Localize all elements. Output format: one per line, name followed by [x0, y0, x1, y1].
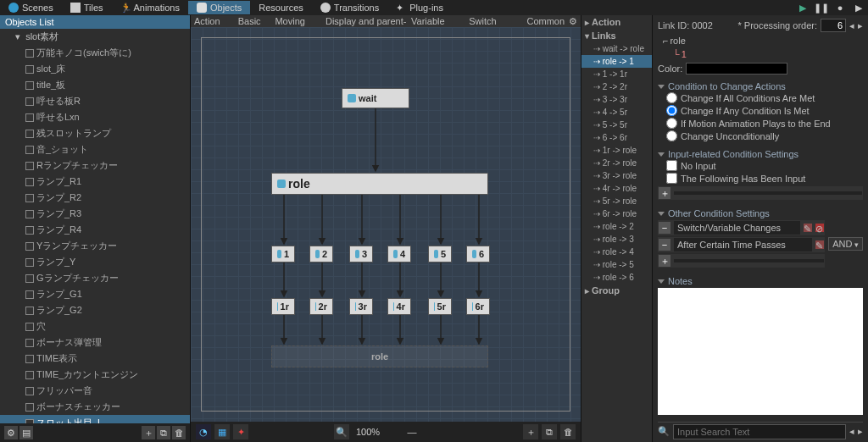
object-item[interactable]: Rランプチェッカー [0, 157, 190, 174]
object-item[interactable]: TIME表示 [0, 351, 190, 367]
ct-variable[interactable]: Variable management [411, 16, 465, 26]
ct-common[interactable]: Common Actions [526, 16, 565, 26]
object-item[interactable]: title_板 [0, 77, 190, 93]
objects-list[interactable]: ▾ slot素材 万能キノコ(swich等に)slot_床title_板呼せる板… [0, 29, 190, 423]
tab-tiles[interactable]: Tiles [62, 1, 112, 14]
object-item[interactable]: ランプ_R1 [0, 174, 190, 190]
link-item[interactable]: ⇢ 6 -> 6r [581, 131, 652, 144]
gear-icon[interactable]: ⚙ [4, 426, 18, 439]
object-item[interactable]: 万能キノコ(swich等に) [0, 45, 190, 61]
ct-switch[interactable]: Switch management [469, 16, 523, 26]
tab-objects[interactable]: Objects [188, 1, 250, 14]
link-item[interactable]: ⇢ 3r -> role [581, 169, 652, 182]
edit-cond1-button[interactable]: ✎ [804, 224, 812, 232]
object-item[interactable]: フリッパー音 [0, 383, 190, 399]
object-item[interactable]: TIME_カウントエンジン [0, 367, 190, 383]
add-button[interactable]: ＋ [142, 426, 155, 439]
search-prev-icon[interactable]: ◂ [849, 426, 854, 437]
tree-action[interactable]: ▸ Action [581, 15, 652, 29]
proc-order-right-icon[interactable]: ▸ [858, 20, 863, 31]
object-item[interactable]: 穴 [0, 318, 190, 334]
object-item[interactable]: 音_ショット [0, 141, 190, 157]
radio-any[interactable] [666, 105, 677, 116]
toolbtn-3[interactable]: ✦ [233, 424, 248, 439]
ct-display[interactable]: Display and parent-child relationship [326, 16, 408, 26]
node-wait[interactable]: wait [342, 88, 409, 108]
node-4r[interactable]: 4r [387, 298, 411, 315]
tab-plugins[interactable]: ✦Plug-ins [387, 1, 452, 14]
toolbtn-2[interactable]: ▦ [214, 424, 230, 439]
node-goal-role[interactable]: role [271, 345, 488, 367]
link-item[interactable]: ⇢ role -> 5 [581, 258, 652, 271]
link-item[interactable]: ⇢ 1r -> role [581, 144, 652, 157]
ct-moving[interactable]: Moving and Jumping [275, 16, 322, 26]
object-item[interactable]: ランプ_G2 [0, 302, 190, 318]
tab-scenes[interactable]: Scenes [0, 1, 62, 14]
node-5[interactable]: 5 [428, 246, 452, 262]
forward-button[interactable]: ▶ [851, 2, 866, 14]
node-3r[interactable]: 3r [349, 298, 373, 315]
link-item[interactable]: ⇢ 5r -> role [581, 195, 652, 207]
node-2r[interactable]: 2r [309, 298, 333, 315]
notes-textarea[interactable] [658, 288, 863, 415]
tree-links[interactable]: ▾ Links [581, 29, 652, 42]
chk-no-input[interactable] [666, 160, 677, 171]
ct-gear-icon[interactable]: ⚙ [569, 16, 577, 26]
link-item[interactable]: ⇢ 2 -> 2r [581, 80, 652, 93]
tab-transitions[interactable]: Transitions [312, 1, 387, 14]
edit-cond2-button[interactable]: ✎ [815, 240, 824, 249]
delete-button[interactable]: 🗑 [172, 426, 186, 439]
radio-uncond[interactable] [666, 130, 677, 141]
search-input[interactable] [673, 424, 846, 439]
object-item[interactable]: 残スロットランプ [0, 125, 190, 141]
link-item[interactable]: ⇢ role -> 2 [581, 220, 652, 233]
object-item[interactable]: 呼せる板R [0, 93, 190, 109]
dup-node-button[interactable]: ⧉ [542, 424, 557, 439]
remove-cond2-button[interactable]: − [659, 239, 670, 251]
link-item[interactable]: ⇢ wait -> role [581, 42, 652, 55]
ct-basic-settings[interactable]: Basic Settings [238, 16, 272, 26]
del-node-button[interactable]: 🗑 [560, 424, 576, 439]
link-item[interactable]: ⇢ 4r -> role [581, 182, 652, 195]
zoom-out-button[interactable]: 🔍 [334, 424, 349, 439]
radio-motion[interactable] [666, 118, 677, 129]
link-item[interactable]: ⇢ 1 -> 1r [581, 68, 652, 80]
node-3[interactable]: 3 [349, 246, 373, 262]
link-item[interactable]: ⇢ 6r -> role [581, 207, 652, 220]
object-item[interactable]: 呼せるLxn [0, 109, 190, 125]
object-item[interactable]: slot_床 [0, 61, 190, 77]
toolbtn-1[interactable]: ◔ [196, 424, 211, 439]
tab-resources[interactable]: Resources [250, 1, 312, 14]
link-item[interactable]: ⇢ role -> 6 [581, 271, 652, 284]
node-2[interactable]: 2 [309, 246, 333, 262]
node-1r[interactable]: 1r [271, 298, 295, 315]
zoom-slider[interactable]: — [387, 424, 437, 439]
link-item[interactable]: ⇢ role -> 4 [581, 246, 652, 258]
node-6[interactable]: 6 [466, 246, 490, 262]
tab-animations[interactable]: 🏃Animations [112, 1, 188, 14]
link-item[interactable]: ⇢ 4 -> 5r [581, 106, 652, 119]
add-cond-button[interactable]: ＋ [659, 255, 670, 267]
links-tree-panel[interactable]: ▸ Action ▾ Links ⇢ wait -> role⇢ role ->… [581, 15, 652, 442]
folder[interactable]: ▾ slot素材 [0, 29, 190, 45]
object-item[interactable]: ランプ_G1 [0, 286, 190, 302]
and-toggle[interactable]: AND ▾ [828, 237, 863, 251]
radio-all[interactable] [666, 92, 677, 103]
node-role[interactable]: role [271, 173, 488, 195]
node-4[interactable]: 4 [387, 246, 411, 262]
add-node-button[interactable]: ＋ [523, 424, 538, 439]
chk-following-input[interactable] [666, 173, 677, 184]
search-next-icon[interactable]: ▸ [858, 426, 863, 437]
link-item[interactable]: ⇢ 3 -> 3r [581, 93, 652, 106]
filter-icon[interactable]: ▤ [19, 426, 33, 439]
node-5r[interactable]: 5r [428, 298, 452, 315]
object-item[interactable]: Yランプチェッカー [0, 238, 190, 254]
object-item[interactable]: ボーナスチェッカー [0, 399, 190, 415]
proc-order-input[interactable] [821, 19, 846, 32]
link-item[interactable]: ⇢ 5 -> 5r [581, 119, 652, 131]
node-1[interactable]: 1 [271, 246, 295, 262]
proc-order-left-icon[interactable]: ◂ [849, 20, 854, 31]
link-item[interactable]: ⇢ role -> 1 [581, 55, 652, 68]
add-input-cond-button[interactable]: ＋ [659, 187, 670, 199]
duplicate-button[interactable]: ⧉ [157, 426, 170, 439]
